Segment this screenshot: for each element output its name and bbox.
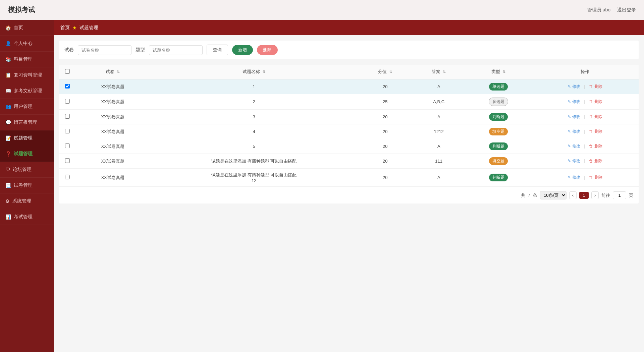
row-select-3[interactable]	[65, 129, 70, 133]
action-divider-1: |	[584, 99, 585, 104]
sidebar-item-user[interactable]: 👥 用户管理	[0, 99, 54, 115]
row-checkbox-2[interactable]	[59, 110, 76, 124]
delete-row-button-0[interactable]: 🗑 删除	[587, 83, 604, 90]
sidebar-item-reference[interactable]: 📖 参考文献管理	[0, 83, 54, 99]
sidebar-item-system[interactable]: ⚙ 系统管理	[0, 193, 54, 209]
row-select-6[interactable]	[65, 175, 70, 179]
delete-row-button-3[interactable]: 🗑 删除	[587, 128, 604, 135]
header-checkbox[interactable]	[59, 65, 76, 79]
personal-icon: 👤	[5, 41, 11, 46]
sidebar-item-subject[interactable]: 📚 科目管理	[0, 52, 54, 67]
questionbank-icon: 📝	[5, 135, 11, 141]
prev-page-button[interactable]: ‹	[569, 191, 577, 199]
type-badge-6: 判断题	[489, 174, 508, 181]
header-name[interactable]: 试题名称 ⇅	[150, 65, 358, 79]
sidebar-item-question-bank[interactable]: 📝 试题管理	[0, 130, 54, 146]
edit-button-6[interactable]: ✎ 修改	[566, 174, 582, 181]
edit-button-4[interactable]: ✎ 修改	[566, 143, 582, 150]
row-select-0[interactable]	[65, 84, 70, 89]
sidebar-item-home[interactable]: 🏠 首页	[0, 20, 54, 36]
row-name-2: 3	[150, 110, 358, 124]
sidebar-item-exam-paper[interactable]: 📃 试卷管理	[0, 178, 54, 193]
sidebar-item-board[interactable]: 💬 留言板管理	[0, 115, 54, 130]
breadcrumb-home[interactable]: 首页	[60, 25, 70, 31]
delete-row-button-2[interactable]: 🗑 删除	[587, 113, 604, 120]
row-checkbox-0[interactable]	[59, 79, 76, 94]
edit-button-0[interactable]: ✎ 修改	[566, 83, 582, 90]
row-paper-6: XX试卷真题	[76, 169, 150, 187]
sidebar-item-personal[interactable]: 👤 个人中心	[0, 36, 54, 52]
action-divider-2: |	[584, 114, 585, 119]
table-row: XX试卷真题 试题是在这里添加 有四种题型 可以自由搭配 20 111 填空题 …	[59, 154, 639, 169]
search-button[interactable]: 查询	[207, 45, 228, 55]
sidebar-label-forum: 论坛管理	[13, 167, 32, 173]
row-name-0: 1	[150, 79, 358, 94]
row-answer-6: A	[412, 169, 466, 187]
delete-row-button-4[interactable]: 🗑 删除	[587, 143, 604, 150]
goto-page-input[interactable]	[613, 191, 626, 199]
row-select-4[interactable]	[65, 143, 70, 148]
row-answer-4: A	[412, 139, 466, 154]
edit-button-2[interactable]: ✎ 修改	[566, 113, 582, 120]
type-filter-input[interactable]	[149, 45, 203, 55]
row-name-6: 试题是在这里添加 有四种题型 可以自由搭配 12	[150, 169, 358, 187]
delete-row-button-5[interactable]: 🗑 删除	[587, 158, 604, 165]
header-type[interactable]: 类型 ⇅	[466, 65, 531, 79]
next-page-button[interactable]: ›	[591, 191, 599, 199]
current-page-button[interactable]: 1	[579, 192, 588, 199]
row-checkbox-1[interactable]	[59, 94, 76, 110]
row-checkbox-3[interactable]	[59, 124, 76, 139]
row-answer-2: A	[412, 110, 466, 124]
system-icon: ⚙	[5, 198, 10, 204]
row-name-3: 4	[150, 124, 358, 139]
delete-button[interactable]: 删除	[257, 45, 278, 55]
sidebar-item-question[interactable]: ❓ 试题管理	[0, 146, 54, 162]
table-row: XX试卷真题 2 25 A,B,C 多选题 ✎ 修改 | 🗑 删除	[59, 94, 639, 110]
sidebar-label-system: 系统管理	[12, 198, 31, 204]
score-sort-icon: ⇅	[389, 70, 392, 74]
delete-row-button-6[interactable]: 🗑 删除	[587, 174, 604, 181]
row-paper-0: XX试卷真题	[76, 79, 150, 94]
row-select-1[interactable]	[65, 99, 70, 104]
sidebar-item-forum[interactable]: 🗨 论坛管理	[0, 162, 54, 178]
select-all-checkbox[interactable]	[65, 69, 70, 74]
new-button[interactable]: 新增	[232, 45, 253, 55]
row-checkbox-6[interactable]	[59, 169, 76, 187]
edit-button-5[interactable]: ✎ 修改	[566, 158, 582, 165]
row-select-2[interactable]	[65, 114, 70, 119]
user-icon: 👥	[5, 104, 11, 109]
row-score-1: 25	[358, 94, 412, 110]
name-sort-icon: ⇅	[262, 70, 265, 74]
table-row: XX试卷真题 4 20 1212 填空题 ✎ 修改 | 🗑 删除	[59, 124, 639, 139]
delete-row-button-1[interactable]: 🗑 删除	[587, 98, 604, 105]
breadcrumb-star: ★	[72, 25, 77, 31]
row-score-5: 20	[358, 154, 412, 169]
edit-button-1[interactable]: ✎ 修改	[566, 98, 582, 105]
total-count: 7	[528, 193, 530, 198]
row-checkbox-5[interactable]	[59, 154, 76, 169]
header-answer[interactable]: 答案 ⇅	[412, 65, 466, 79]
header-score[interactable]: 分值 ⇅	[358, 65, 412, 79]
subject-icon: 📚	[5, 57, 11, 62]
row-type-4: 判断题	[466, 139, 531, 154]
sidebar-label-home: 首页	[14, 25, 23, 31]
type-filter-label: 题型	[136, 47, 145, 53]
row-type-6: 判断题	[466, 169, 531, 187]
table-header-row: 试卷 ⇅ 试题名称 ⇅ 分值 ⇅ 答案 ⇅ 类型 ⇅ 操作	[59, 65, 639, 79]
edit-button-3[interactable]: ✎ 修改	[566, 128, 582, 135]
per-page-select[interactable]: 10条/页 20条/页 50条/页	[540, 191, 567, 199]
row-paper-1: XX试卷真题	[76, 94, 150, 110]
row-select-5[interactable]	[65, 158, 70, 163]
header-paper[interactable]: 试卷 ⇅	[76, 65, 150, 79]
answer-sort-icon: ⇅	[443, 70, 446, 74]
main-layout: 🏠 首页 👤 个人中心 📚 科目管理 📋 复习资料管理 📖 参考文献管理 👥 用…	[0, 20, 644, 352]
logout-button[interactable]: 退出登录	[617, 7, 636, 13]
sidebar-item-exam[interactable]: 📊 考试管理	[0, 209, 54, 225]
sidebar-item-review[interactable]: 📋 复习资料管理	[0, 67, 54, 83]
action-divider-3: |	[584, 129, 585, 134]
row-checkbox-4[interactable]	[59, 139, 76, 154]
action-divider-6: |	[584, 175, 585, 180]
paper-filter-input[interactable]	[78, 45, 131, 55]
type-badge-3: 填空题	[489, 128, 508, 135]
row-answer-1: A,B,C	[412, 94, 466, 110]
